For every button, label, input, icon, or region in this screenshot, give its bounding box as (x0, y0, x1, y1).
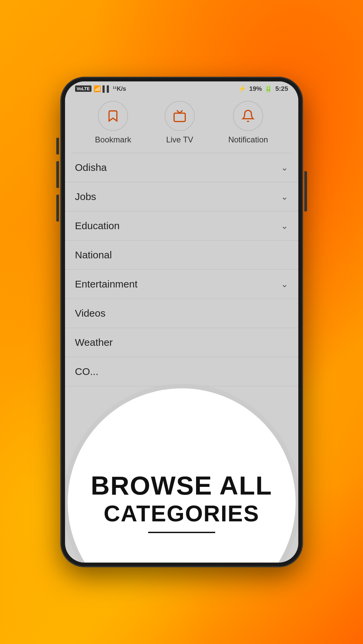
bookmark-item[interactable]: Bookmark (95, 101, 131, 144)
chevron-icon-education: ⌄ (281, 221, 288, 231)
notification-item[interactable]: Notification (228, 101, 268, 144)
phone-frame: VoLTE 📶 ▌▌ ¹¹K/s ⚡ 19% 🔋 5:25 (61, 77, 302, 567)
volte-badge: VoLTE (75, 85, 92, 92)
livetv-icon-circle (165, 101, 195, 131)
menu-item-videos[interactable]: Videos (65, 299, 298, 328)
menu-item-jobs[interactable]: Jobs ⌄ (65, 182, 298, 211)
chevron-icon-entertainment: ⌄ (281, 279, 288, 289)
chevron-icon-odisha: ⌄ (281, 163, 288, 173)
videos-label: Videos (75, 308, 106, 319)
side-button-1 (56, 138, 59, 154)
menu-item-odisha[interactable]: Odisha ⌄ (65, 153, 298, 182)
bookmark-label: Bookmark (95, 135, 131, 144)
icons-row: Bookmark Live TV (65, 94, 298, 153)
svg-rect-0 (174, 113, 185, 122)
side-button-3 (56, 195, 59, 221)
education-label: Education (75, 220, 120, 232)
menu-item-covid[interactable]: CO... (65, 357, 298, 386)
entertainment-label: Entertainment (75, 278, 138, 290)
browse-all-line2: CATEGORIES (104, 500, 259, 526)
chevron-icon-jobs: ⌄ (281, 192, 288, 202)
livetv-label: Live TV (166, 135, 193, 144)
status-bar: VoLTE 📶 ▌▌ ¹¹K/s ⚡ 19% 🔋 5:25 (65, 81, 298, 94)
status-right: ⚡ 19% 🔋 5:25 (238, 85, 288, 92)
menu-list: Odisha ⌄ Jobs ⌄ Education ⌄ National Ent… (65, 153, 298, 386)
bluetooth-icon: ⚡ (238, 85, 246, 92)
menu-item-entertainment[interactable]: Entertainment ⌄ (65, 270, 298, 299)
livetv-item[interactable]: Live TV (165, 101, 195, 144)
side-button-2 (56, 161, 59, 188)
side-button-right (304, 171, 307, 211)
battery-level: 19% (249, 85, 262, 92)
circle-underline (148, 532, 215, 533)
jobs-label: Jobs (75, 191, 96, 202)
battery-icon: 🔋 (264, 85, 273, 92)
browse-all-line1: BROWSE ALL (91, 471, 272, 500)
browse-all-circle[interactable]: BROWSE ALL CATEGORIES (68, 388, 296, 563)
notification-label: Notification (228, 135, 268, 144)
clock: 5:25 (275, 85, 288, 92)
bookmark-icon-circle (98, 101, 128, 131)
menu-item-education[interactable]: Education ⌄ (65, 211, 298, 241)
odisha-label: Odisha (75, 162, 107, 173)
national-label: National (75, 249, 112, 261)
status-left: VoLTE 📶 ▌▌ ¹¹K/s (75, 85, 126, 92)
notification-icon-circle (233, 101, 263, 131)
signal-icons: 📶 ▌▌ ¹¹K/s (94, 85, 126, 92)
weather-label: Weather (75, 337, 113, 348)
menu-item-weather[interactable]: Weather (65, 328, 298, 357)
phone-screen: VoLTE 📶 ▌▌ ¹¹K/s ⚡ 19% 🔋 5:25 (65, 81, 298, 563)
covid-label: CO... (75, 366, 99, 377)
menu-item-national[interactable]: National (65, 241, 298, 270)
